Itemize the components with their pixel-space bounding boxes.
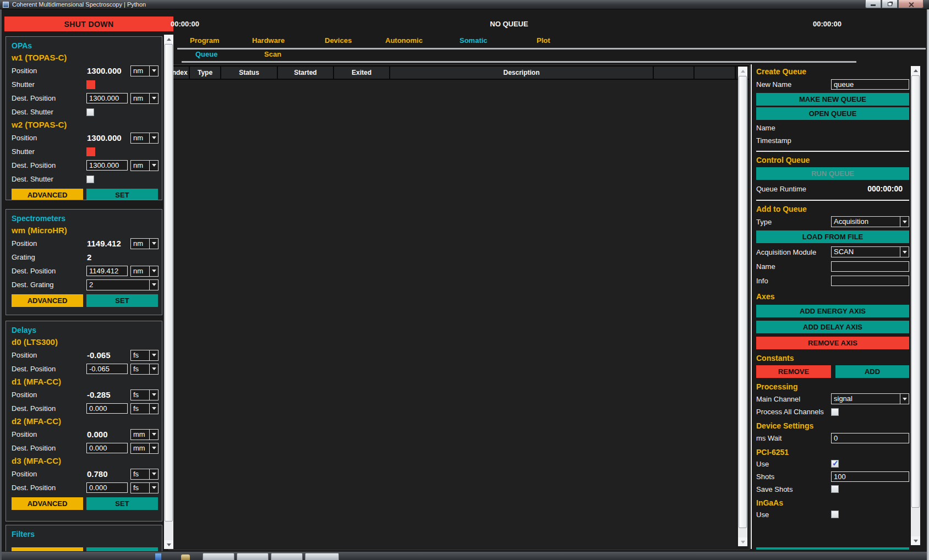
make-new-queue-button[interactable]: MAKE NEW QUEUE	[756, 93, 909, 106]
units-value: fs	[131, 364, 149, 374]
units-dropdown[interactable]: nm	[130, 238, 159, 249]
scrollbar-thumb[interactable]	[165, 44, 173, 521]
minimize-button[interactable]	[865, 0, 881, 8]
units-dropdown[interactable]: nm	[130, 93, 159, 104]
column-header-description[interactable]: Description	[390, 67, 654, 79]
scrollbar-thumb[interactable]	[739, 76, 747, 528]
tab-autonomic[interactable]: Autonomic	[385, 36, 423, 45]
acquisition-module-dropdown[interactable]: SCAN	[831, 246, 909, 257]
scroll-up-icon[interactable]	[911, 66, 920, 75]
column-header-started[interactable]: Started	[278, 67, 334, 79]
units-dropdown[interactable]: fs	[130, 482, 159, 493]
column-header-status[interactable]: Status	[221, 67, 278, 79]
scroll-down-icon[interactable]	[911, 536, 920, 545]
info-input[interactable]	[831, 276, 909, 286]
units-dropdown[interactable]: nm	[130, 133, 159, 144]
dest-grating-dropdown[interactable]: 2	[86, 279, 159, 290]
run-queue-button[interactable]: RUN QUEUE	[756, 167, 909, 180]
process-all-channels-checkbox[interactable]	[831, 408, 839, 416]
set-button[interactable]: SET	[86, 497, 158, 510]
main-channel-dropdown[interactable]: signal	[831, 393, 909, 404]
dest-position-input[interactable]	[86, 266, 128, 276]
right-panel-scrollbar[interactable]	[911, 66, 920, 545]
main-channel-label: Main Channel	[756, 395, 831, 403]
units-dropdown[interactable]: fs	[130, 350, 159, 361]
shutter-label: Shutter	[12, 147, 86, 156]
add-delay-axis-button[interactable]: ADD DELAY AXIS	[756, 321, 909, 333]
close-button[interactable]	[898, 0, 923, 8]
advanced-button[interactable]: ADVANCED	[12, 497, 83, 510]
add-energy-axis-button[interactable]: ADD ENERGY AXIS	[756, 305, 909, 317]
pci-use-checkbox[interactable]	[831, 460, 839, 468]
taskbar-button[interactable]	[203, 553, 234, 560]
scroll-down-icon[interactable]	[738, 537, 747, 546]
taskbar-icon[interactable]	[155, 553, 161, 560]
restore-button[interactable]	[882, 0, 898, 8]
dest-shutter-label: Dest. Shutter	[12, 108, 86, 116]
dropdown-arrow-icon	[149, 94, 158, 103]
units-dropdown[interactable]: nm	[130, 160, 159, 171]
column-header-type[interactable]: Type	[190, 67, 221, 79]
units-dropdown[interactable]: fs	[130, 364, 159, 375]
units-dropdown[interactable]: fs	[130, 403, 159, 414]
set-button[interactable]: SET	[86, 189, 158, 200]
info-row: Info	[756, 273, 909, 288]
set-button[interactable]: SET	[86, 294, 158, 307]
dest-position-input[interactable]	[86, 403, 128, 414]
tab-program[interactable]: Program	[190, 36, 219, 45]
ingaas-use-checkbox[interactable]	[831, 510, 839, 518]
position-row: Position 1300.000 nm	[12, 64, 159, 78]
dropdown-arrow-icon	[149, 66, 158, 76]
scroll-up-icon[interactable]	[164, 35, 173, 43]
type-dropdown[interactable]: Acquisition	[831, 216, 909, 227]
remove-constant-button[interactable]: REMOVE	[756, 365, 831, 378]
queue-status: NO QUEUE	[490, 20, 528, 28]
add-constant-button[interactable]: ADD	[835, 365, 909, 378]
taskbar-button[interactable]	[305, 553, 339, 560]
taskbar-button[interactable]	[271, 553, 303, 560]
open-queue-button[interactable]: OPEN QUEUE	[756, 107, 909, 120]
taskbar-button[interactable]	[237, 553, 269, 560]
dropdown-arrow-icon	[149, 239, 158, 249]
load-from-file-button[interactable]: LOAD FROM FILE	[756, 230, 909, 243]
dest-position-input[interactable]	[86, 482, 128, 493]
queue-runtime-value: 000:00:00	[831, 184, 909, 193]
shots-input[interactable]	[831, 471, 909, 482]
column-header-exited[interactable]: Exited	[334, 67, 390, 79]
units-dropdown[interactable]: nm	[130, 266, 159, 277]
units-dropdown[interactable]: nm	[130, 65, 159, 76]
dest-position-input[interactable]	[86, 443, 128, 453]
tab-somatic[interactable]: Somatic	[460, 36, 488, 45]
shutdown-button[interactable]: SHUT DOWN	[4, 17, 173, 31]
units-dropdown[interactable]: fs	[130, 389, 159, 400]
save-shots-checkbox[interactable]	[831, 485, 839, 493]
tab-plot[interactable]: Plot	[537, 36, 550, 45]
taskbar-icon[interactable]	[181, 554, 190, 560]
units-dropdown[interactable]: mm	[130, 443, 159, 454]
advanced-button[interactable]: ADVANCED	[12, 189, 83, 200]
scroll-up-icon[interactable]	[738, 67, 747, 75]
units-dropdown[interactable]: mm	[130, 429, 159, 440]
advanced-button[interactable]: ADVANCED	[12, 294, 83, 307]
scrollbar-thumb[interactable]	[911, 75, 920, 508]
tab-hardware[interactable]: Hardware	[252, 36, 285, 45]
new-name-input[interactable]	[831, 79, 909, 90]
queue-table-scrollbar[interactable]	[738, 67, 747, 546]
tab-devices[interactable]: Devices	[325, 36, 352, 45]
subtab-queue[interactable]: Queue	[195, 50, 217, 58]
delays-panel: Delays d0 (LTS300) Position -0.065 fs De…	[6, 321, 162, 521]
remove-axis-button[interactable]: REMOVE AXIS	[756, 337, 909, 349]
ms-wait-input[interactable]	[831, 433, 909, 443]
dest-position-input[interactable]	[86, 364, 128, 374]
dest-shutter-checkbox[interactable]	[86, 108, 94, 116]
dest-position-input[interactable]	[86, 160, 128, 171]
sidebar-scrollbar[interactable]	[164, 35, 173, 549]
name-input[interactable]	[831, 261, 909, 272]
dest-shutter-checkbox[interactable]	[86, 175, 94, 183]
subtab-scan[interactable]: Scan	[264, 50, 281, 58]
units-dropdown[interactable]: fs	[130, 469, 159, 480]
position-label: Position	[12, 430, 86, 438]
dropdown-arrow-icon	[149, 350, 158, 360]
dest-position-input[interactable]	[86, 93, 128, 103]
scroll-down-icon[interactable]	[164, 540, 173, 549]
